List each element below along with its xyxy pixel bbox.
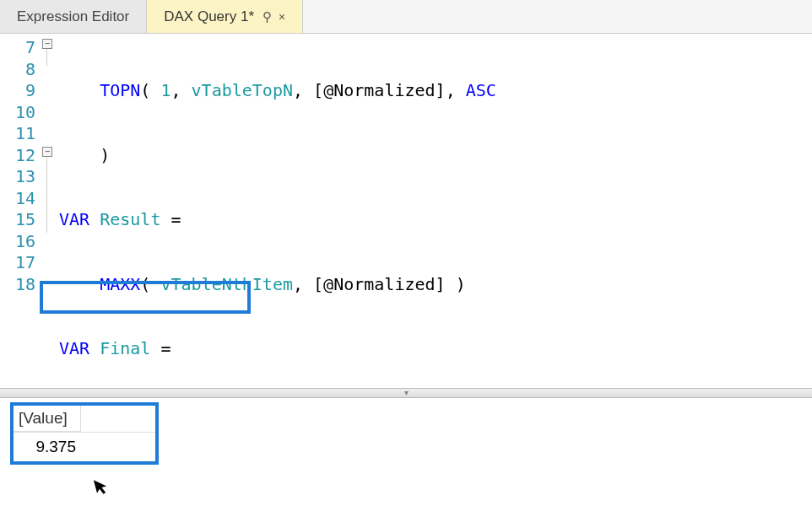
tab-bar: Expression Editor DAX Query 1 * ⚲ × bbox=[0, 0, 812, 34]
fold-toggle-icon[interactable]: − bbox=[42, 147, 52, 157]
line-number: 15 bbox=[0, 209, 35, 231]
pin-icon[interactable]: ⚲ bbox=[263, 9, 272, 24]
line-gutter: 7 8 9 10 11 12 13 14 15 16 17 18 bbox=[0, 34, 41, 388]
line-number: 17 bbox=[0, 252, 35, 274]
tab-label: DAX Query 1 bbox=[164, 8, 248, 25]
tab-dax-query[interactable]: DAX Query 1 * ⚲ × bbox=[147, 0, 303, 33]
tab-expression-editor[interactable]: Expression Editor bbox=[0, 0, 147, 33]
code-line: VAR Result = bbox=[57, 209, 812, 231]
line-number: 11 bbox=[0, 123, 35, 145]
line-number: 8 bbox=[0, 59, 35, 81]
line-number: 14 bbox=[0, 188, 35, 210]
fold-guide bbox=[46, 49, 47, 66]
code-area[interactable]: TOPN( 1, vTableTopN, [@Normalized], ASC … bbox=[57, 34, 812, 388]
code-editor[interactable]: 7 8 9 10 11 12 13 14 15 16 17 18 − − TOP… bbox=[0, 34, 812, 388]
fold-column: − − bbox=[41, 34, 57, 388]
tab-label: Expression Editor bbox=[17, 8, 129, 25]
result-cell-value[interactable]: 9.375 bbox=[14, 433, 81, 461]
line-number: 16 bbox=[0, 231, 35, 253]
line-number: 13 bbox=[0, 166, 35, 188]
line-number: 18 bbox=[0, 274, 35, 296]
fold-guide bbox=[46, 157, 47, 233]
result-header-row: [Value] bbox=[14, 406, 155, 433]
result-highlight: [Value] 9.375 bbox=[10, 402, 159, 465]
code-line: ) bbox=[57, 145, 812, 167]
line-number: 9 bbox=[0, 80, 35, 102]
fold-toggle-icon[interactable]: − bbox=[42, 39, 52, 49]
code-line: TOPN( 1, vTableTopN, [@Normalized], ASC bbox=[57, 80, 812, 102]
line-number: 12 bbox=[0, 145, 35, 167]
code-line: VAR Final = bbox=[57, 338, 812, 360]
line-number: 10 bbox=[0, 102, 35, 124]
close-icon[interactable]: × bbox=[279, 10, 285, 24]
code-line: MAXX( vTableNthItem, [@Normalized] ) bbox=[57, 274, 812, 296]
mouse-cursor-icon bbox=[91, 475, 112, 503]
result-column-header[interactable]: [Value] bbox=[14, 406, 81, 432]
line-number: 7 bbox=[0, 37, 35, 59]
dirty-indicator: * bbox=[248, 8, 254, 25]
results-panel: [Value] 9.375 bbox=[0, 398, 812, 506]
